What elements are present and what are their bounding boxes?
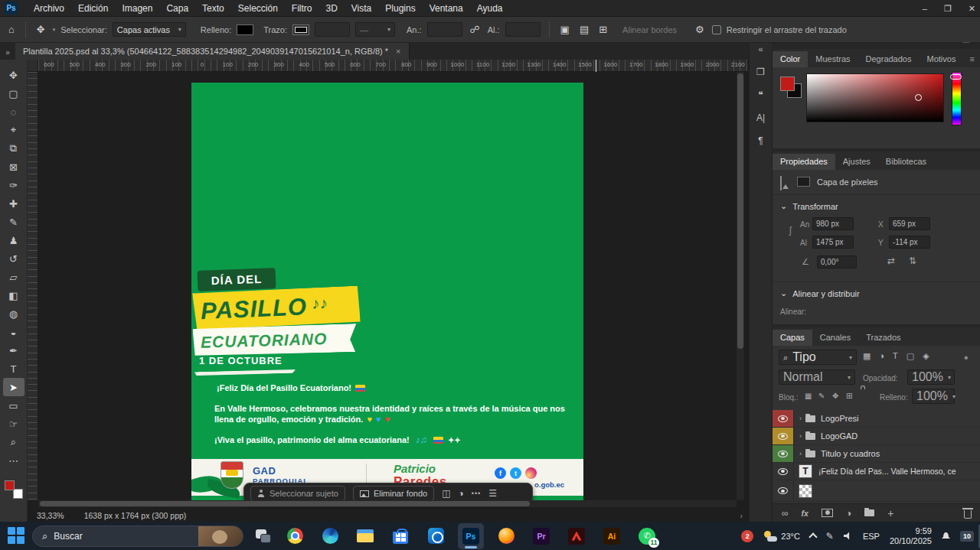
- stroke-type-dropdown[interactable]: —▾: [355, 22, 395, 37]
- hue-slider[interactable]: [952, 72, 962, 125]
- panel-menu-icon[interactable]: ≡: [963, 54, 980, 67]
- search-highlight-image[interactable]: [198, 526, 243, 547]
- horizontal-scrollbar[interactable]: [38, 500, 737, 507]
- constrain-checkbox[interactable]: [712, 25, 721, 34]
- dodge-tool[interactable]: ◒: [3, 323, 24, 341]
- home-icon[interactable]: ⌂: [6, 24, 17, 35]
- zoom-tool[interactable]: ⌕: [3, 433, 24, 451]
- tab-muestras[interactable]: Muestras: [808, 51, 858, 67]
- document-tab[interactable]: Plantilla 2025.psd al 33,3% (504664122_5…: [15, 43, 410, 60]
- visibility-toggle[interactable]: [773, 445, 794, 462]
- weather-widget[interactable]: 23°C: [763, 531, 800, 542]
- horizontal-scroll-thumb[interactable]: [40, 501, 530, 506]
- tool-preset-icon[interactable]: ✥: [34, 24, 47, 35]
- path-operations-icon[interactable]: ▣: [558, 24, 572, 35]
- lock-pixels-icon[interactable]: ✎: [818, 392, 825, 400]
- edge-icon[interactable]: [317, 523, 343, 549]
- hand-tool[interactable]: ☞: [3, 415, 24, 433]
- more-tools[interactable]: ⋯: [3, 451, 24, 470]
- adjustment-icon[interactable]: ◑: [459, 488, 464, 499]
- filter-pixel-icon[interactable]: ▦: [863, 351, 871, 361]
- gradient-tool[interactable]: ◧: [3, 286, 24, 304]
- vertical-scroll-thumb[interactable]: [737, 73, 743, 349]
- healing-brush-tool[interactable]: ✚: [3, 194, 24, 213]
- stroke-swatch[interactable]: [292, 24, 309, 35]
- photoshop-taskbar-icon[interactable]: Ps: [458, 523, 484, 549]
- new-group-icon[interactable]: [864, 509, 874, 516]
- link-fields-icon[interactable]: ʃ: [789, 225, 792, 236]
- color-field[interactable]: [806, 73, 944, 122]
- menu-capa[interactable]: Capa: [159, 3, 195, 14]
- tab-trazados[interactable]: Trazados: [858, 330, 908, 346]
- object-selection-tool[interactable]: ⌖: [3, 121, 24, 139]
- history-brush-tool[interactable]: ↺: [3, 249, 24, 268]
- menu-plugins[interactable]: Plugins: [378, 3, 422, 14]
- notification-bell-icon[interactable]: [942, 532, 950, 540]
- pen-tray-icon[interactable]: ✎: [826, 531, 834, 542]
- select-mode-dropdown[interactable]: Capas activas▾: [113, 22, 186, 37]
- marquee-tool[interactable]: ▢: [3, 84, 24, 103]
- close-icon[interactable]: ✕: [969, 4, 975, 14]
- y-field[interactable]: -114 px: [889, 236, 930, 249]
- flip-horizontal-icon[interactable]: ⇄: [887, 255, 895, 266]
- tab-propiedades[interactable]: Propiedades: [773, 154, 835, 170]
- expand-tools-icon[interactable]: »: [0, 48, 15, 60]
- path-alignment-icon[interactable]: ▤: [577, 24, 591, 35]
- layer-row[interactable]: › LogoGAD: [773, 428, 980, 445]
- paragraph-panel-icon[interactable]: ¶: [752, 132, 770, 150]
- blend-mode-dropdown[interactable]: Normal▾: [779, 369, 855, 385]
- height-field[interactable]: 1475 px: [812, 236, 854, 249]
- opacity-dropdown[interactable]: 100%▾: [907, 369, 955, 385]
- microsoft-store-icon[interactable]: [387, 523, 413, 549]
- flip-vertical-icon[interactable]: ⇅: [909, 255, 916, 266]
- visibility-toggle[interactable]: [773, 428, 794, 444]
- layer-row[interactable]: T ¡Feliz Día del Pas... Valle Hermoso, c…: [773, 463, 980, 480]
- filter-type-icon[interactable]: T: [893, 351, 898, 361]
- eyedropper-tool[interactable]: ✑: [3, 176, 24, 194]
- crop-tool[interactable]: ⧉: [3, 139, 24, 158]
- lasso-tool[interactable]: ◌: [3, 103, 24, 121]
- vertical-scrollbar[interactable]: [737, 72, 744, 500]
- menu-edicion[interactable]: Edición: [71, 3, 115, 14]
- mask-selection-icon[interactable]: ◫: [442, 488, 450, 499]
- link-dimensions-icon[interactable]: ☍: [468, 24, 482, 35]
- start-button[interactable]: [8, 527, 26, 545]
- remove-background-button[interactable]: Eliminar fondo: [353, 486, 434, 501]
- menu-archivo[interactable]: Archivo: [27, 3, 71, 14]
- more-options-icon[interactable]: •••: [472, 490, 481, 497]
- collapsed-panel-icon[interactable]: ❐: [752, 63, 770, 81]
- premiere-icon[interactable]: Pr: [528, 523, 554, 549]
- path-selection-tool[interactable]: ➤: [3, 378, 24, 396]
- language-indicator[interactable]: ESP: [863, 532, 880, 541]
- foreground-swatch[interactable]: [5, 480, 15, 490]
- tab-canales[interactable]: Canales: [812, 330, 858, 346]
- blur-tool[interactable]: ◍: [3, 304, 24, 323]
- add-mask-icon[interactable]: [822, 509, 833, 517]
- tool-preset-caret[interactable]: ▾: [53, 27, 56, 33]
- tab-capas[interactable]: Capas: [773, 330, 812, 346]
- group-caret-icon[interactable]: ›: [799, 432, 802, 440]
- group-caret-icon[interactable]: ›: [799, 450, 802, 457]
- layer-row[interactable]: [773, 480, 980, 502]
- clock[interactable]: 9:59 20/10/2025: [890, 526, 932, 546]
- menu-vista[interactable]: Vista: [345, 3, 378, 14]
- illustrator-icon[interactable]: Ai: [599, 523, 625, 549]
- layer-filter-dropdown[interactable]: ⌕ Tipo ▾: [779, 350, 857, 365]
- width-input[interactable]: [427, 22, 462, 37]
- whatsapp-icon[interactable]: ✆ 11: [634, 523, 660, 549]
- visibility-toggle[interactable]: [773, 480, 794, 501]
- path-arrangement-icon[interactable]: ⊞: [596, 24, 609, 35]
- brush-tool[interactable]: ✎: [3, 213, 24, 231]
- filter-adjustment-icon[interactable]: ◑: [879, 351, 884, 361]
- hue-marker[interactable]: [950, 74, 962, 80]
- layer-row[interactable]: › Titulo y cuadros: [773, 445, 980, 463]
- tab-degradados[interactable]: Degradados: [858, 51, 920, 67]
- menu-3d[interactable]: 3D: [318, 3, 344, 14]
- foreground-color-swatch[interactable]: [780, 76, 795, 91]
- group-caret-icon[interactable]: ›: [799, 415, 802, 422]
- chrome-icon[interactable]: [282, 523, 308, 549]
- lock-position-icon[interactable]: ✥: [832, 392, 838, 400]
- width-field[interactable]: 980 px: [812, 217, 854, 230]
- bar-settings-icon[interactable]: ☰: [488, 488, 497, 499]
- menu-seleccion[interactable]: Selección: [231, 3, 285, 14]
